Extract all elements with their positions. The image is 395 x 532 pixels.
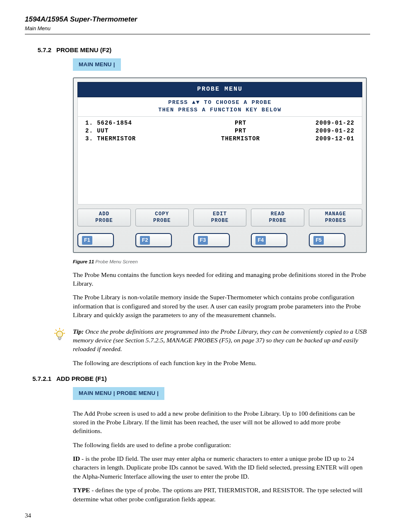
field-definition-type: TYPE - defines the type of probe. The op… xyxy=(73,486,367,503)
softkey-label-line1: READ xyxy=(251,211,304,218)
softkey-label-line2: PROBE xyxy=(194,218,246,224)
section-title: ADD PROBE (F1) xyxy=(56,375,107,383)
probe-id: 2. UUT xyxy=(85,127,181,135)
content-column: MAIN MENU | PROBE MENU PRESS ▲▼ TO CHOOS… xyxy=(73,54,367,367)
paragraph: The Probe Library is non-volatile memory… xyxy=(73,293,367,319)
probe-id: 3. THERMISTOR xyxy=(85,135,181,143)
fkey-label: F4 xyxy=(255,236,266,245)
figure-caption: Figure 11 Probe Menu Screen xyxy=(73,259,367,265)
softkey-edit-probe[interactable]: EDIT PROBE xyxy=(193,209,247,226)
svg-line-2 xyxy=(63,330,64,331)
section-title: PROBE MENU (F2) xyxy=(56,46,111,54)
softkey-add-probe[interactable]: ADD PROBE xyxy=(77,209,131,226)
softkey-label-line2: PROBE xyxy=(136,218,188,224)
breadcrumb: MAIN MENU | PROBE MENU | xyxy=(73,387,164,400)
running-head-sub: Main Menu xyxy=(25,25,370,32)
fkey-label: F5 xyxy=(313,236,324,245)
field-name: TYPE xyxy=(73,486,90,493)
probe-date: 2009-01-22 xyxy=(301,119,354,127)
instruction-line-2: THEN PRESS A FUNCTION KEY BELOW xyxy=(78,106,362,114)
figure-caption-text: Probe Menu Screen xyxy=(94,259,137,264)
probe-date: 2009-12-01 xyxy=(301,135,354,143)
field-name: ID xyxy=(73,455,80,462)
svg-line-1 xyxy=(55,330,57,331)
screen-title: PROBE MENU xyxy=(77,82,362,97)
probe-list[interactable]: 1. 5626-1854 PRT 2009-01-22 2. UUT PRT 2… xyxy=(77,117,362,205)
probe-date: 2009-01-22 xyxy=(301,127,354,135)
instruction-bar: PRESS ▲▼ TO CHOOSE A PROBE THEN PRESS A … xyxy=(77,97,362,117)
softkey-read-probe[interactable]: READ PROBE xyxy=(251,209,304,226)
breadcrumb: MAIN MENU | xyxy=(73,58,121,71)
tip-block: Tip: Once the probe definitions are prog… xyxy=(54,327,367,354)
svg-point-5 xyxy=(57,331,63,337)
softkey-manage-probes[interactable]: MANAGE PROBES xyxy=(309,209,362,226)
softkey-label-line2: PROBE xyxy=(78,218,130,224)
section-heading: 5.7.2 PROBE MENU (F2) xyxy=(25,46,370,54)
softkey-copy-probe[interactable]: COPY PROBE xyxy=(135,209,189,226)
f2-key[interactable]: F2 xyxy=(135,233,172,247)
content-column: MAIN MENU | PROBE MENU | The Add Probe s… xyxy=(73,383,367,503)
field-text: - defines the type of probe. The options… xyxy=(73,486,363,502)
softkey-label-line1: ADD xyxy=(78,211,130,218)
f1-key[interactable]: F1 xyxy=(77,233,114,247)
tip-body: Once the probe definitions are programme… xyxy=(73,328,367,353)
f4-key[interactable]: F4 xyxy=(251,233,287,247)
section-number: 5.7.2.1 xyxy=(25,375,56,383)
page-number: 34 xyxy=(25,511,31,520)
list-item[interactable]: 3. THERMISTOR THERMISTOR 2009-12-01 xyxy=(85,135,354,143)
paragraph: The Probe Menu contains the function key… xyxy=(73,270,367,288)
tip-text: Tip: Once the probe definitions are prog… xyxy=(73,327,367,354)
svg-rect-6 xyxy=(58,337,61,339)
running-head: 1594A/1595A Super-Thermometer Main Menu xyxy=(25,15,370,32)
header-rule xyxy=(25,34,370,34)
lightbulb-icon xyxy=(54,327,73,354)
softkey-label-line1: MANAGE xyxy=(309,211,362,218)
list-item[interactable]: 2. UUT PRT 2009-01-22 xyxy=(85,127,354,135)
section-heading: 5.7.2.1 ADD PROBE (F1) xyxy=(25,375,370,383)
softkey-label-line1: EDIT xyxy=(194,211,246,218)
softkey-label-line2: PROBES xyxy=(309,218,362,224)
function-key-row: F1 F2 F3 F4 F5 xyxy=(77,233,362,247)
fkey-label: F2 xyxy=(140,236,150,245)
fkey-label: F3 xyxy=(198,236,208,245)
f3-key[interactable]: F3 xyxy=(193,233,230,247)
f5-key[interactable]: F5 xyxy=(309,233,345,247)
paragraph: The following fields are used to define … xyxy=(73,441,367,449)
list-item[interactable]: 1. 5626-1854 PRT 2009-01-22 xyxy=(85,119,354,127)
figure-label: Figure 11 xyxy=(73,259,94,264)
probe-type: PRT xyxy=(203,127,278,135)
instruction-line-1: PRESS ▲▼ TO CHOOSE A PROBE xyxy=(78,99,362,106)
field-definition-id: ID - is the probe ID field. The user may… xyxy=(73,454,367,481)
tip-label: Tip: xyxy=(73,328,84,335)
product-title: 1594A/1595A Super-Thermometer xyxy=(25,15,370,24)
svg-rect-7 xyxy=(59,339,61,340)
softkey-row: ADD PROBE COPY PROBE EDIT PROBE READ PRO… xyxy=(77,209,362,226)
softkey-label-line1: COPY xyxy=(136,211,188,218)
paragraph: The Add Probe screen is used to add a ne… xyxy=(73,409,367,436)
probe-type: THERMISTOR xyxy=(203,135,278,143)
device-screen: PROBE MENU PRESS ▲▼ TO CHOOSE A PROBE TH… xyxy=(73,77,367,253)
probe-type: PRT xyxy=(203,119,278,127)
page: 1594A/1595A Super-Thermometer Main Menu … xyxy=(0,0,395,532)
softkey-label-line2: PROBE xyxy=(251,218,304,224)
field-text: - is the probe ID field. The user may en… xyxy=(73,455,363,480)
fkey-label: F1 xyxy=(82,236,92,245)
section-number: 5.7.2 xyxy=(25,46,56,54)
probe-id: 1. 5626-1854 xyxy=(85,119,181,127)
paragraph: The following are descriptions of each f… xyxy=(73,359,367,367)
